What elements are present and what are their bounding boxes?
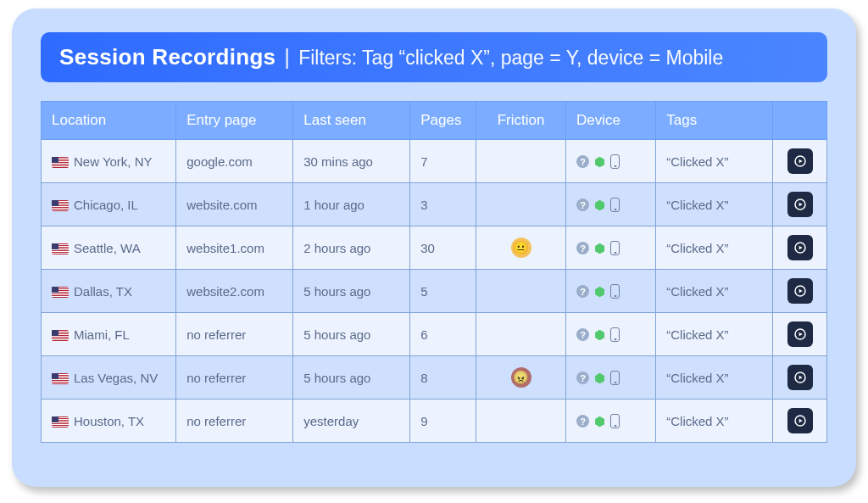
entry-page-cell: google.com (176, 140, 293, 183)
table-row[interactable]: Houston, TXno referreryesterday9?⬢“Click… (42, 400, 827, 443)
android-icon: ⬢ (594, 328, 605, 341)
friction-cell (476, 270, 565, 313)
last-seen-cell: 2 hours ago (293, 226, 410, 270)
android-icon: ⬢ (594, 372, 605, 384)
tag-cell: “Clicked X” (656, 270, 773, 313)
col-header-friction[interactable]: Friction (476, 102, 565, 140)
col-header-tags[interactable]: Tags (656, 102, 773, 140)
device-cell: ?⬢ (566, 400, 656, 443)
table-row[interactable]: Dallas, TXwebsite2.com5 hours ago5?⬢“Cli… (42, 270, 827, 313)
pages-cell: 5 (410, 270, 476, 313)
neutral-face-icon: 😐 (511, 238, 531, 258)
friction-cell (476, 140, 565, 183)
play-recording-button[interactable] (787, 408, 813, 433)
pages-cell: 3 (410, 183, 476, 226)
last-seen-cell: 1 hour ago (293, 183, 410, 226)
col-header-device[interactable]: Device (566, 102, 656, 140)
table-row[interactable]: Las Vegas, NVno referrer5 hours ago8😠?⬢“… (42, 356, 827, 400)
play-recording-button[interactable] (787, 192, 813, 217)
location-text: Seattle, WA (74, 241, 141, 255)
us-flag-icon (52, 200, 69, 211)
title-bar: Session Recordings | Filters: Tag “click… (41, 32, 827, 82)
location-text: Chicago, IL (74, 198, 138, 212)
unknown-browser-icon: ? (576, 198, 589, 211)
mobile-device-icon (610, 327, 620, 342)
location-text: Dallas, TX (74, 284, 132, 299)
mobile-device-icon (610, 371, 620, 385)
us-flag-icon (52, 157, 69, 168)
col-header-play (773, 102, 827, 140)
entry-page-cell: website.com (176, 183, 293, 226)
col-header-last-seen[interactable]: Last seen (293, 102, 410, 140)
last-seen-cell: yesterday (293, 400, 410, 443)
play-recording-button[interactable] (787, 365, 813, 390)
mobile-device-icon (610, 284, 620, 299)
play-recording-button[interactable] (787, 278, 813, 304)
mobile-device-icon (610, 198, 620, 212)
col-header-location[interactable]: Location (42, 102, 176, 140)
location-text: Houston, TX (74, 414, 144, 428)
table-row[interactable]: Chicago, ILwebsite.com1 hour ago3?⬢“Clic… (42, 183, 827, 226)
friction-cell (476, 313, 565, 356)
table-row[interactable]: Seattle, WAwebsite1.com2 hours ago30😐?⬢“… (42, 226, 827, 270)
tag-cell: “Clicked X” (656, 356, 773, 400)
mobile-device-icon (610, 241, 620, 255)
friction-cell (476, 400, 565, 443)
us-flag-icon (52, 373, 69, 384)
table-header-row: Location Entry page Last seen Pages Fric… (42, 102, 827, 140)
device-cell: ?⬢ (566, 226, 656, 270)
unknown-browser-icon: ? (576, 415, 589, 428)
unknown-browser-icon: ? (576, 328, 589, 341)
unknown-browser-icon: ? (576, 242, 589, 254)
title-separator: | (284, 44, 290, 70)
device-cell: ?⬢ (566, 313, 656, 356)
tag-cell: “Clicked X” (656, 183, 773, 226)
friction-cell (476, 183, 565, 226)
last-seen-cell: 5 hours ago (293, 313, 410, 356)
table-row[interactable]: New York, NYgoogle.com30 mins ago7?⬢“Cli… (42, 140, 827, 183)
mobile-device-icon (610, 154, 620, 169)
us-flag-icon (52, 330, 69, 341)
android-icon: ⬢ (594, 242, 605, 254)
entry-page-cell: website1.com (176, 226, 293, 270)
col-header-pages[interactable]: Pages (410, 102, 476, 140)
tag-cell: “Clicked X” (656, 140, 773, 183)
play-recording-button[interactable] (787, 321, 813, 347)
play-recording-button[interactable] (787, 235, 813, 260)
pages-cell: 30 (410, 226, 476, 270)
last-seen-cell: 30 mins ago (293, 140, 410, 183)
unknown-browser-icon: ? (576, 372, 589, 384)
android-icon: ⬢ (594, 285, 605, 298)
col-header-entry-page[interactable]: Entry page (176, 102, 293, 140)
pages-cell: 6 (410, 313, 476, 356)
us-flag-icon (52, 416, 69, 428)
table-row[interactable]: Miami, FLno referrer5 hours ago6?⬢“Click… (42, 313, 827, 356)
session-recordings-card: Session Recordings | Filters: Tag “click… (12, 8, 856, 487)
entry-page-cell: website2.com (176, 270, 293, 313)
unknown-browser-icon: ? (576, 285, 589, 298)
page-title: Session Recordings (59, 44, 275, 70)
tag-cell: “Clicked X” (656, 400, 773, 443)
us-flag-icon (52, 287, 69, 298)
active-filters: Filters: Tag “clicked X”, page = Y, devi… (298, 47, 723, 70)
location-text: Las Vegas, NV (74, 371, 158, 385)
device-cell: ?⬢ (566, 356, 656, 400)
tag-cell: “Clicked X” (656, 226, 773, 270)
unknown-browser-icon: ? (576, 155, 589, 168)
entry-page-cell: no referrer (176, 356, 293, 400)
frustrated-face-icon: 😠 (511, 367, 531, 388)
android-icon: ⬢ (594, 198, 605, 211)
pages-cell: 9 (410, 400, 476, 443)
sessions-table: Location Entry page Last seen Pages Fric… (41, 101, 827, 443)
last-seen-cell: 5 hours ago (293, 356, 410, 400)
device-cell: ?⬢ (566, 270, 656, 313)
pages-cell: 7 (410, 140, 476, 183)
friction-cell: 😐 (476, 226, 565, 270)
entry-page-cell: no referrer (176, 400, 293, 443)
entry-page-cell: no referrer (176, 313, 293, 356)
device-cell: ?⬢ (566, 140, 656, 183)
play-recording-button[interactable] (787, 148, 813, 174)
location-text: Miami, FL (74, 327, 130, 342)
friction-cell: 😠 (476, 356, 565, 400)
device-cell: ?⬢ (566, 183, 656, 226)
